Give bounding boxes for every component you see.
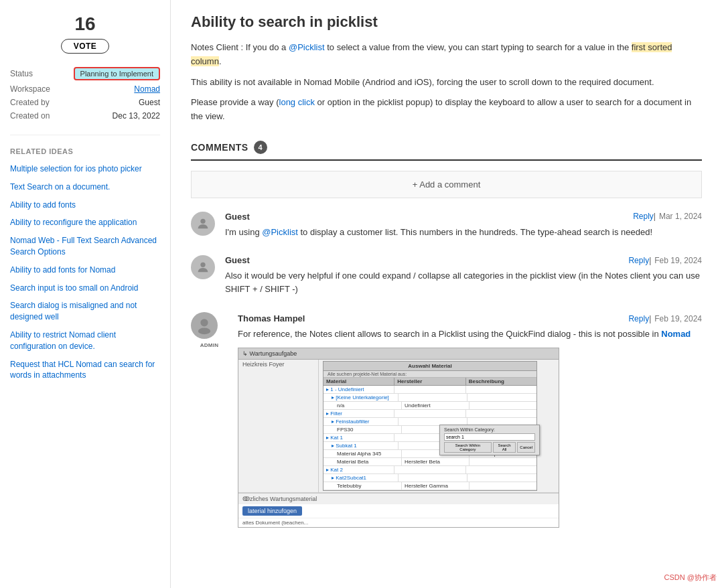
svg-point-1 <box>200 263 205 267</box>
separator-1: | <box>654 212 656 221</box>
created-by-label: Created by <box>10 98 50 107</box>
comments-header: COMMENTS 4 <box>191 141 702 161</box>
avatar-2 <box>191 255 215 279</box>
comment-meta-3: Thomas Hampel Reply | Feb 19, 2024 <box>238 313 702 323</box>
page-title: Ability to search in picklist <box>191 13 702 31</box>
related-idea-item-7[interactable]: Search input is too small on Android <box>10 283 160 294</box>
comment-body-1: Guest Reply | Mar 1, 2024 I'm using @Pic… <box>225 212 702 239</box>
created-by-row: Created by Guest <box>10 98 160 107</box>
related-idea-item-4[interactable]: Ability to reconfigure the application <box>10 217 160 228</box>
nomad-ref: Nomad <box>661 329 691 339</box>
long-click-link: long click <box>279 97 315 107</box>
comment-3: ADMIN Thomas Hampel Reply | Feb 19, 2024… <box>191 312 702 528</box>
comment-actions-2: Reply | Feb 19, 2024 <box>628 256 702 265</box>
comment-text-2: Also it would be very helpful if one cou… <box>225 269 702 295</box>
meta-section: Status Planning to Implement Workspace N… <box>10 67 160 135</box>
description-2: This ability is not available in Nomad M… <box>191 76 702 90</box>
related-idea-item-1[interactable]: Multiple selection for ios photo picker <box>10 163 160 175</box>
related-ideas-section: RELATED IDEAS Multiple selection for ios… <box>10 147 160 381</box>
comment-2: Guest Reply | Feb 19, 2024 Also it would… <box>191 255 702 295</box>
avatar-3 <box>191 312 218 339</box>
desc1-picklist: @Picklist <box>289 42 325 52</box>
reply-link-2[interactable]: Reply <box>628 256 649 265</box>
comments-title: COMMENTS <box>191 142 248 153</box>
comment-author-2: Guest <box>225 255 250 265</box>
workspace-row: Workspace Nomad <box>10 84 160 94</box>
separator-3: | <box>649 314 651 323</box>
table-header: ↳ Wartungsaufgabe <box>238 348 559 360</box>
svg-point-2 <box>200 319 208 327</box>
comment-author-1: Guest <box>225 212 250 222</box>
workspace-value[interactable]: Nomad <box>134 84 160 94</box>
comment-text-1: I'm using @Picklist to display a custome… <box>225 226 702 239</box>
status-badge: Planning to Implement <box>74 67 160 80</box>
workspace-label: Workspace <box>10 84 50 94</box>
comment-image-3: ↳ Wartungsaufgabe Heizkreis Foyer Auswah… <box>238 348 559 528</box>
add-comment-label: + Add a comment <box>413 179 481 190</box>
svg-point-3 <box>198 328 210 335</box>
related-ideas-list: Multiple selection for ios photo pickerT… <box>10 163 160 381</box>
comment-text-3: For reference, the Notes client allows t… <box>238 327 702 341</box>
description-1: Notes Client : If you do a @Picklist to … <box>191 41 702 69</box>
created-by-value: Guest <box>139 98 160 107</box>
description-3: Please provide a way (long click or opti… <box>191 96 702 124</box>
related-idea-item-6[interactable]: Ability to add fonts for Nomad <box>10 265 160 276</box>
add-comment-box[interactable]: + Add a comment <box>191 171 702 198</box>
comment-meta-1: Guest Reply | Mar 1, 2024 <box>225 212 702 222</box>
reply-link-3[interactable]: Reply <box>628 314 649 323</box>
created-on-value: Dec 13, 2022 <box>113 111 160 121</box>
admin-label: ADMIN <box>200 342 219 348</box>
comment-meta-2: Guest Reply | Feb 19, 2024 <box>225 255 702 265</box>
vote-section: 16 VOTE <box>10 13 160 54</box>
vote-count: 16 <box>10 13 160 35</box>
status-row: Status Planning to Implement <box>10 67 160 80</box>
related-idea-item-9[interactable]: Ability to restrict Nomad client configu… <box>10 329 160 352</box>
comment-date-3: Feb 19, 2024 <box>654 314 702 323</box>
watermark: CSDN @协作者 <box>664 573 717 583</box>
created-on-row: Created on Dec 13, 2022 <box>10 111 160 121</box>
avatar-1 <box>191 212 215 236</box>
sidebar: 16 VOTE Status Planning to Implement Wor… <box>0 0 171 588</box>
comment-1: Guest Reply | Mar 1, 2024 I'm using @Pic… <box>191 212 702 239</box>
related-idea-item-5[interactable]: Nomad Web - Full Text Search Advanced Se… <box>10 235 160 258</box>
comment-actions-3: Reply | Feb 19, 2024 <box>628 314 702 323</box>
comment-author-3: Thomas Hampel <box>238 313 305 323</box>
comment-date-1: Mar 1, 2024 <box>659 212 702 221</box>
comment-actions-1: Reply | Mar 1, 2024 <box>633 212 702 221</box>
main-content: Ability to search in picklist Notes Clie… <box>171 0 722 588</box>
comments-count: 4 <box>254 141 267 154</box>
picklist-ref-1: @Picklist <box>262 227 298 237</box>
separator-2: | <box>649 256 651 265</box>
related-idea-item-10[interactable]: Request that HCL Nomad can search for wo… <box>10 359 160 382</box>
desc1-text: Notes Client : If you do a <box>191 42 289 52</box>
comment-body-2: Guest Reply | Feb 19, 2024 Also it would… <box>225 255 702 295</box>
related-idea-item-8[interactable]: Search dialog is misaligned and not desi… <box>10 300 160 323</box>
status-label: Status <box>10 69 33 78</box>
related-idea-item-2[interactable]: Text Search on a document. <box>10 181 160 193</box>
related-idea-item-3[interactable]: Ability to add fonts <box>10 200 160 211</box>
related-ideas-heading: RELATED IDEAS <box>10 147 160 155</box>
comment-body-3: Thomas Hampel Reply | Feb 19, 2024 For r… <box>238 313 702 528</box>
vote-button[interactable]: VOTE <box>61 39 110 54</box>
svg-point-0 <box>200 219 205 224</box>
created-on-label: Created on <box>10 111 50 121</box>
reply-link-1[interactable]: Reply <box>633 212 654 221</box>
comment-date-2: Feb 19, 2024 <box>654 256 702 265</box>
